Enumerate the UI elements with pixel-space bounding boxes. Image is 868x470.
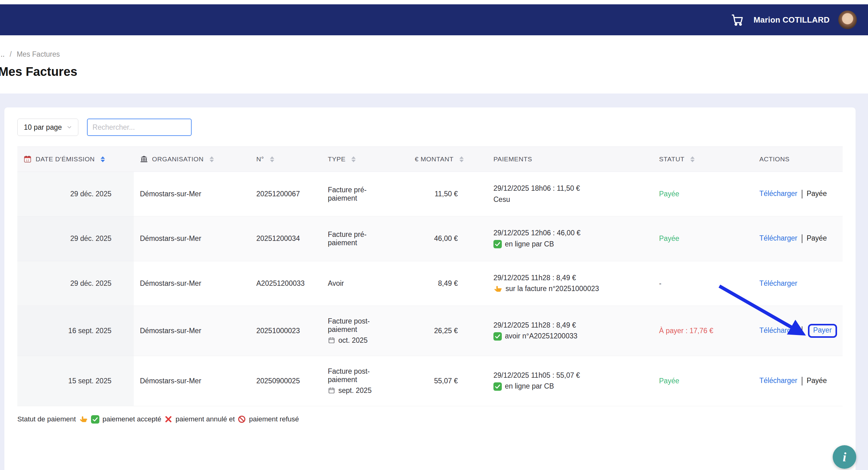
payment-method: avoir n°A20251200033 (505, 331, 577, 342)
info-button[interactable]: i (833, 445, 856, 469)
cell-date: 15 sept. 2025 (17, 356, 134, 406)
building-icon (140, 155, 148, 163)
cell-number: A20251200033 (250, 261, 322, 306)
column-label: STATUT (659, 155, 684, 163)
cell-date: 16 sept. 2025 (17, 306, 134, 356)
payment-method: en ligne par CB (505, 239, 554, 250)
search-input[interactable] (87, 119, 192, 136)
action-secondary-label: Payée (807, 234, 827, 242)
check-icon (493, 382, 502, 391)
column-label: ACTIONS (760, 155, 790, 163)
table-controls: 10 par page (17, 119, 843, 136)
column-header-type[interactable]: TYPE (322, 147, 409, 172)
cell-actions: TéléchargerPayée (753, 216, 843, 261)
payment-method: sur la facture n°20251000023 (505, 283, 599, 294)
sort-icon (101, 156, 105, 162)
cell-number: 20250900025 (250, 356, 322, 406)
download-link[interactable]: Télécharger (760, 376, 798, 384)
cell-type: Facture pré-paiement (322, 216, 409, 261)
pay-link[interactable]: Payer (813, 326, 832, 334)
pointing-hand-icon (79, 415, 88, 424)
table-row: 29 déc. 2025 Démostars-sur-Mer A20251200… (17, 261, 843, 306)
actions-divider (802, 234, 802, 243)
cell-status: Payée (653, 216, 753, 261)
legend-accepted: paiemenet accepté (102, 415, 161, 423)
column-label: PAIEMENTS (493, 155, 532, 163)
sort-icon (459, 156, 464, 162)
payment-datetime: 29/12/2025 11h28 : 8,49 € (493, 273, 576, 284)
cell-amount: 8,49 € (409, 261, 487, 306)
cell-actions: TéléchargerPayée (753, 172, 843, 216)
table-row: 15 sept. 2025 Démostars-sur-Mer 20250900… (17, 356, 843, 406)
cell-status: - (653, 261, 753, 306)
cell-type: Facture post-paiement sept. 2025 (322, 356, 409, 406)
action-secondary-label: Payée (807, 189, 827, 197)
check-icon (493, 332, 502, 341)
calendar-icon: 12 (24, 155, 32, 163)
actions-divider (802, 326, 802, 335)
cell-organisation: Démostars-sur-Mer (134, 306, 250, 356)
cell-actions: TéléchargerPayée (753, 356, 843, 406)
cell-amount: 46,00 € (409, 216, 487, 261)
payment-datetime: 29/12/2025 18h06 : 11,50 € (493, 183, 580, 194)
actions-divider (802, 377, 802, 385)
payment-datetime: 29/12/2025 11h28 : 8,49 € (493, 320, 576, 331)
download-link[interactable]: Télécharger (760, 189, 798, 197)
no-entry-icon (238, 415, 246, 423)
cell-status: Payée (653, 172, 753, 216)
breadcrumb: .. / Mes Factures (1, 50, 868, 59)
action-secondary-label: Payée (807, 376, 827, 384)
status-badge: - (659, 279, 661, 287)
cell-actions: TéléchargerPayer (753, 306, 843, 356)
chevron-down-icon (67, 125, 72, 130)
cell-number: 20251200067 (250, 172, 322, 216)
per-page-label: 10 par page (24, 123, 62, 132)
cell-organisation: Démostars-sur-Mer (134, 216, 250, 261)
info-button-label: i (843, 449, 846, 464)
actions-divider (802, 190, 802, 198)
download-link[interactable]: Télécharger (760, 279, 798, 287)
status-badge: Payée (659, 234, 679, 243)
cell-payments: 29/12/2025 18h06 : 11,50 € Cesu (487, 172, 653, 216)
cell-number: 20251000023 (250, 306, 322, 356)
per-page-select[interactable]: 10 par page (17, 119, 78, 136)
column-header-amount[interactable]: € MONTANT (409, 147, 487, 172)
cell-date: 29 déc. 2025 (17, 216, 134, 261)
download-link[interactable]: Télécharger (760, 326, 798, 334)
column-header-organisation[interactable]: ORGANISATION (134, 147, 250, 172)
column-header-number[interactable]: N° (250, 147, 322, 172)
payment-status-legend: Statut de paiement paiemenet accepté pai… (17, 415, 843, 424)
column-label: TYPE (328, 155, 345, 163)
column-label: ORGANISATION (152, 155, 204, 163)
legend-refused: paiement refusé (249, 415, 299, 423)
cart-icon[interactable] (730, 12, 745, 27)
check-icon (91, 415, 99, 424)
column-header-status[interactable]: STATUT (653, 147, 753, 172)
payment-method: en ligne par CB (505, 381, 554, 392)
sort-icon (270, 156, 274, 162)
cell-amount: 26,25 € (409, 306, 487, 356)
breadcrumb-root[interactable]: .. (1, 50, 5, 58)
breadcrumb-separator: / (9, 50, 11, 58)
calendar-outline-icon (328, 337, 335, 344)
table-row: 16 sept. 2025 Démostars-sur-Mer 20251000… (17, 306, 843, 356)
table-row: 29 déc. 2025 Démostars-sur-Mer 202512000… (17, 172, 843, 216)
cross-icon (164, 415, 173, 423)
cell-amount: 11,50 € (409, 172, 487, 216)
page-title: Mes Factures (0, 65, 868, 79)
column-label: DATE D'ÉMISSION (36, 155, 95, 163)
invoices-table: 12 DATE D'ÉMISSION ORGANI (17, 147, 843, 406)
column-label: N° (256, 155, 264, 163)
breadcrumb-current: Mes Factures (17, 50, 60, 58)
type-label: Facture post-paiement (328, 367, 370, 384)
cell-number: 20251200034 (250, 216, 322, 261)
type-period-label: oct. 2025 (338, 336, 368, 345)
avatar[interactable] (838, 10, 857, 29)
cell-organisation: Démostars-sur-Mer (134, 356, 250, 406)
cell-type: Avoir (322, 261, 409, 306)
download-link[interactable]: Télécharger (760, 234, 798, 242)
column-header-date[interactable]: 12 DATE D'ÉMISSION (17, 147, 134, 172)
top-navbar: Marion COTILLARD (0, 4, 868, 35)
user-name[interactable]: Marion COTILLARD (753, 15, 830, 25)
sort-icon (210, 156, 214, 162)
